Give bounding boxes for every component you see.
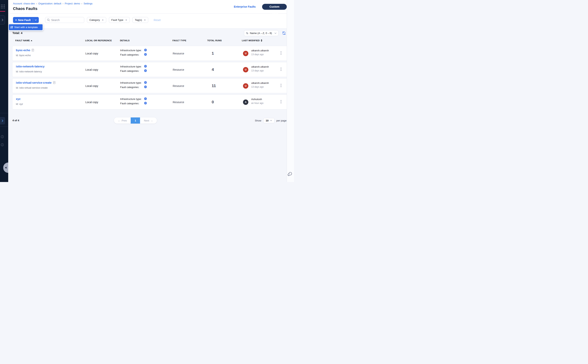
modified-at: 13 days ago: [251, 69, 264, 72]
breadcrumb-account-link[interactable]: Account: chaos-dev: [13, 2, 35, 5]
tags-filter-chip[interactable]: Tag(s) ✕: [132, 17, 148, 23]
copy-icon[interactable]: [32, 49, 34, 52]
info-icon[interactable]: [1, 135, 4, 138]
expand-panel-button[interactable]: [0, 117, 5, 124]
search-input[interactable]: [51, 19, 82, 22]
column-last-modified[interactable]: LAST MODIFIED: [242, 39, 262, 42]
reset-filters-button[interactable]: Reset: [154, 19, 161, 22]
kubernetes-icon: [144, 69, 147, 73]
breadcrumb-settings-link[interactable]: Settings: [84, 2, 92, 5]
chevron-down-icon: [274, 33, 276, 34]
sort-selected-value: Name (A→Z, 0→9): [250, 32, 273, 35]
kubernetes-icon: [144, 97, 147, 101]
left-nav-sidebar: [0, 0, 8, 182]
arrow-left-icon: ←: [118, 119, 121, 122]
column-fault-type: FAULT TYPE: [172, 39, 186, 42]
sort-dropdown[interactable]: Name (A→Z, 0→9): [244, 30, 279, 36]
local-or-reference-value: Local copy: [85, 84, 98, 87]
fault-id: Id: istio-virtual-service-create: [16, 86, 48, 89]
new-fault-button[interactable]: + New Fault: [13, 17, 39, 23]
page-header: Account: chaos-dev › Organization: defau…: [8, 0, 287, 13]
table-row[interactable]: istio-network-latency Id: istio-network-…: [12, 62, 288, 77]
plus-icon: +: [15, 18, 17, 22]
category-filter-chip[interactable]: Category ✕: [87, 17, 106, 23]
avatar: U: [243, 67, 248, 72]
row-menu-button[interactable]: [280, 51, 282, 56]
table-row[interactable]: byoc-echo Id: byoc-echo Local copy Infra…: [12, 46, 288, 61]
avatar: U: [243, 83, 248, 89]
kubernetes-icon: [144, 81, 147, 84]
column-local-or-reference: LOCAL OR REFERENCE: [85, 39, 112, 42]
template-library-icon: [11, 26, 13, 28]
fault-name-link[interactable]: istio-network-latency: [16, 65, 45, 68]
expand-nav-button[interactable]: [0, 15, 5, 25]
breadcrumb: Account: chaos-dev › Organization: defau…: [13, 2, 92, 5]
fault-type-filter-chip[interactable]: Fault Type ✕: [109, 17, 130, 23]
breadcrumb-separator: ›: [63, 2, 63, 5]
total-runs-value: 1: [212, 51, 214, 56]
table-row[interactable]: istio-virtual-service-create Id: istio-v…: [12, 78, 288, 93]
local-or-reference-value: Local copy: [85, 52, 98, 55]
close-icon[interactable]: ✕: [102, 19, 104, 21]
total-runs-value: 11: [212, 84, 216, 88]
row-menu-button[interactable]: [280, 100, 282, 104]
breadcrumb-separator: ›: [81, 2, 82, 5]
fault-categories-label: Fault categories:: [120, 70, 139, 72]
next-page-button[interactable]: Next→: [140, 117, 157, 124]
avatar: U: [243, 51, 248, 56]
fault-name-link[interactable]: istio-virtual-service-create: [16, 81, 52, 84]
infrastructure-type-label: Infrastructure type:: [120, 98, 142, 100]
fault-type-value: Resource: [173, 84, 184, 87]
modified-by: utkarsh.utkarsh: [251, 65, 269, 68]
row-menu-button[interactable]: [280, 68, 282, 72]
prev-page-button[interactable]: ←Prev: [114, 117, 131, 124]
modified-by: Ashutosh: [251, 98, 262, 101]
fault-name-link[interactable]: xyz: [16, 97, 20, 100]
fault-id: Id: xyz: [16, 103, 23, 105]
sort-arrows-icon: [246, 32, 248, 34]
column-details: DETAILS: [120, 39, 130, 42]
fault-type-value: Resource: [173, 68, 184, 71]
new-fault-dropdown-menu: Start with a template: [8, 24, 43, 31]
column-fault-name[interactable]: FAULT NAME: [15, 39, 32, 42]
fault-name-link[interactable]: byoc-echo: [16, 48, 30, 52]
page-title: Chaos Faults: [13, 6, 38, 11]
total-runs-value: 0: [212, 100, 214, 104]
start-with-template-menu-item[interactable]: Start with a template: [9, 24, 43, 30]
modified-by: utkarsh.utkarsh: [251, 49, 269, 52]
fault-id: Id: byoc-echo: [16, 54, 31, 57]
custom-faults-button[interactable]: Custom Faults: [262, 4, 287, 10]
fault-type-value: Resource: [173, 101, 184, 104]
modified-at: an hour ago: [251, 102, 263, 104]
template-menu-label: Start with a template: [14, 26, 38, 29]
kubernetes-icon: [144, 65, 147, 68]
filter-chips: Category ✕ Fault Type ✕ Tag(s) ✕ Reset: [87, 17, 161, 23]
total-runs-value: 4: [212, 67, 214, 72]
close-icon[interactable]: ✕: [144, 19, 146, 21]
chevron-down-icon[interactable]: [35, 20, 37, 21]
chevron-right-icon: [2, 120, 3, 122]
toolbar: + New Fault Start with a template Catego…: [8, 13, 287, 28]
copy-icon[interactable]: [53, 81, 55, 84]
button-divider: [33, 19, 33, 22]
breadcrumb-organization-link[interactable]: Organization: default: [38, 2, 61, 5]
row-menu-button[interactable]: [280, 84, 282, 88]
main-content: Account: chaos-dev › Organization: defau…: [8, 0, 294, 182]
help-info-icon[interactable]: [1, 143, 4, 146]
modified-at: 13 days ago: [251, 85, 264, 88]
table-row[interactable]: xyz Id: xyz Local copy Infrastructure ty…: [12, 95, 288, 110]
local-or-reference-value: Local copy: [85, 101, 98, 104]
apps-grid-icon[interactable]: [1, 5, 5, 8]
close-icon[interactable]: ✕: [125, 19, 127, 21]
sort-ascending-icon: [31, 40, 32, 41]
fault-categories-label: Fault categories:: [120, 86, 139, 89]
breadcrumb-project-link[interactable]: Project: demo: [65, 2, 80, 5]
page-size-select[interactable]: 10: [263, 118, 274, 123]
page-1-button[interactable]: 1: [131, 117, 140, 124]
infrastructure-type-label: Infrastructure type:: [120, 49, 142, 52]
support-chat-icon[interactable]: [287, 171, 293, 177]
refresh-button[interactable]: [282, 31, 286, 35]
enterprise-faults-link[interactable]: Enterprise Faults: [234, 5, 256, 8]
search-icon: [47, 19, 50, 21]
sidebar-collapse-handle[interactable]: [3, 162, 8, 173]
